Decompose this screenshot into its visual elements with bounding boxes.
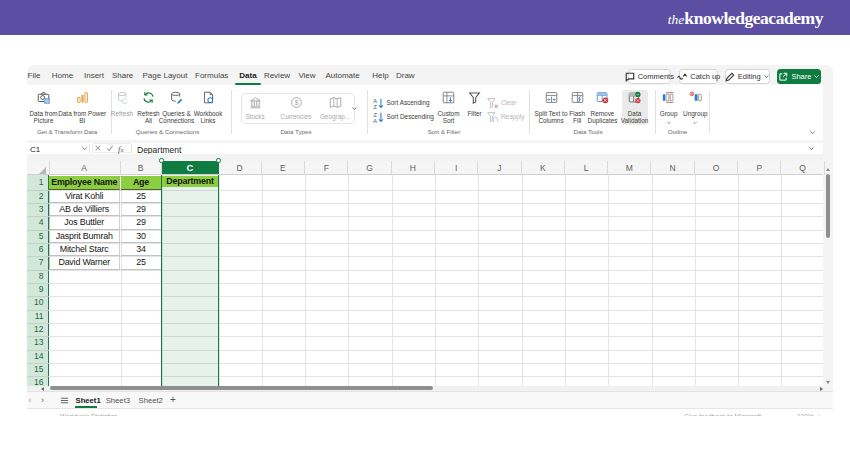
svg-text:$: $ — [294, 99, 298, 106]
svg-text:Z: Z — [374, 112, 378, 118]
svg-text:A: A — [373, 118, 377, 124]
svg-text:Z: Z — [374, 104, 378, 110]
svg-text:A: A — [373, 98, 377, 104]
